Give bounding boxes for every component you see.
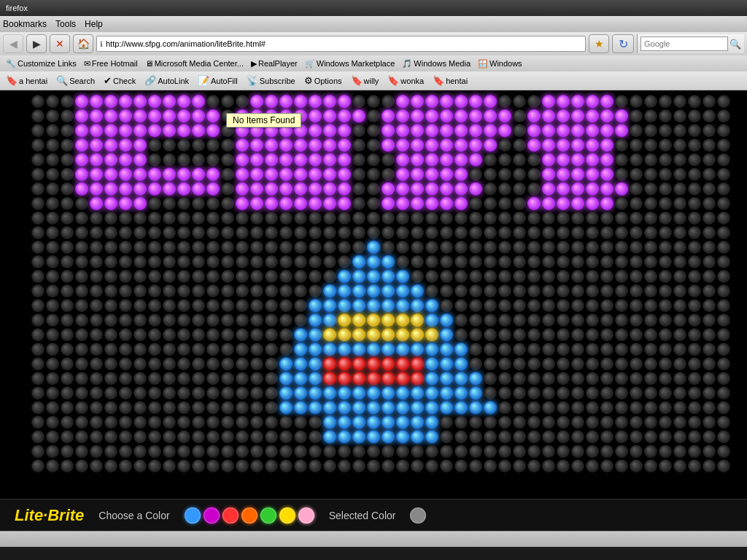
wonka-icon: 🔖 [387,75,399,86]
search-bar-container: 🔍 [637,34,744,53]
home-button[interactable]: 🏠 [73,34,93,53]
bookmark-windows[interactable]: 🪟 Windows [475,58,525,69]
bottom-bar: Lite·Brite Choose a Color Selected Color [0,499,747,531]
toolbar-bar: 🔖 a hentai 🔍 Search ✔ Check 🔗 AutoLink 📝… [0,71,747,90]
no-items-tooltip: No Items Found [226,113,301,128]
swatch-blue[interactable] [185,508,201,524]
color-swatches [185,508,314,524]
nav-bar: ◀ ▶ ✕ 🏠 ℹ ★ ↻ 🔍 [0,32,747,55]
swatch-yellow[interactable] [279,508,295,524]
refresh-button[interactable]: ↻ [612,34,634,53]
autofill-icon: 📝 [198,75,209,86]
url-input[interactable] [106,39,582,48]
menu-bookmarks[interactable]: Bookmarks [3,19,47,29]
browser-title: firefox [6,4,28,12]
search-icon: 🔍 [56,75,68,86]
check-icon: ✔ [104,75,112,86]
swatch-red[interactable] [222,508,239,524]
choose-color-label: Choose a Color [98,510,169,521]
menu-tools[interactable]: Tools [55,19,76,29]
toolbar-willy[interactable]: 🔖 willy [348,74,382,87]
search-go-button[interactable]: 🔍 [729,39,741,50]
toolbar-subscribe[interactable]: 📡 Subscribe [244,74,298,87]
toolbar-options[interactable]: ⚙ Options [301,74,345,87]
search-input[interactable] [640,36,728,51]
status-bar [0,531,747,547]
willy-icon: 🔖 [351,75,363,86]
bookmark-icon: ▶ [251,59,257,69]
selected-color-label: Selected Color [329,510,396,521]
menu-help[interactable]: Help [85,19,103,29]
options-icon: ⚙ [304,75,313,86]
main-content[interactable] [0,90,747,499]
stop-button[interactable]: ✕ [50,34,70,53]
bookmark-icon: 🔧 [6,59,16,69]
toolbar-hentai-bookmark[interactable]: 🔖 a hentai [3,74,50,87]
bookmark-hotmail[interactable]: ✉ Free Hotmail [81,58,141,69]
lite-brite-logo: Lite·Brite [15,506,84,525]
swatch-orange[interactable] [241,508,258,524]
swatch-pink[interactable] [298,508,314,524]
bookmark-windows-media[interactable]: 🎵 Windows Media [399,58,473,69]
link-icon: 🔗 [144,75,156,86]
bookmark-customize[interactable]: 🔧 Customize Links [3,58,80,69]
toolbar-icon: 🔖 [6,75,18,86]
toolbar-autolink[interactable]: 🔗 AutoLink [142,74,192,87]
menu-bar: Bookmarks Tools Help [0,16,747,32]
back-button[interactable]: ◀ [3,34,23,53]
toolbar-wonka[interactable]: 🔖 wonka [384,74,427,87]
toolbar-search[interactable]: 🔍 Search [53,74,98,87]
forward-button[interactable]: ▶ [26,34,47,53]
url-icon: ℹ [100,40,103,48]
bookmark-icon: 🛒 [305,59,315,69]
toolbar-check[interactable]: ✔ Check [101,74,139,87]
bookmark-realplayer[interactable]: ▶ RealPlayer [248,58,301,69]
toolbar-autofill[interactable]: 📝 AutoFill [195,74,241,87]
bookmarks-bar: 🔧 Customize Links ✉ Free Hotmail 🖥 Micro… [0,55,747,71]
swatch-green[interactable] [260,508,276,524]
star-button[interactable]: ★ [589,34,609,53]
bookmark-icon: 🖥 [145,59,153,68]
address-bar: ℹ [96,36,586,52]
title-bar: firefox [0,0,747,16]
toolbar-hentai[interactable]: 🔖 hentai [430,74,471,87]
subscribe-icon: 📡 [247,75,258,86]
bookmark-marketplace[interactable]: 🛒 Windows Marketplace [302,58,398,69]
selected-color-swatch [410,508,426,524]
lite-brite-canvas[interactable] [0,90,747,499]
bookmark-media-center[interactable]: 🖥 Microsoft Media Center... [142,58,247,69]
bookmark-icon: ✉ [84,59,90,69]
swatch-purple[interactable] [204,508,220,524]
hentai-icon: 🔖 [433,75,444,86]
bookmark-icon: 🎵 [402,59,412,69]
bookmark-icon: 🪟 [478,59,488,69]
